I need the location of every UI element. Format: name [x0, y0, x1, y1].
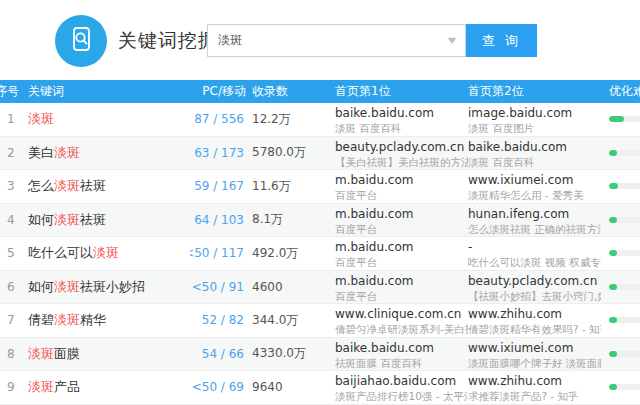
- first-position-domain[interactable]: m.baidu.com: [335, 240, 468, 255]
- second-position-desc: 求推荐淡斑产品? - 知乎: [468, 390, 601, 403]
- query-button[interactable]: 查 询: [466, 24, 537, 57]
- row-number: 6: [0, 271, 28, 304]
- first-position-desc: 百度平台: [335, 223, 468, 236]
- keyword-search-icon: [65, 23, 97, 59]
- second-position-cell[interactable]: beauty.pclady.com.cn 【祛斑小妙招】去斑小窍门,如何祛...: [468, 271, 601, 304]
- first-position-desc: 百度平台: [335, 256, 468, 269]
- header-index-count: 收录数: [246, 80, 335, 103]
- pc-mobile-value[interactable]: 52 / 82: [190, 304, 246, 337]
- table-row: 7 倩碧淡斑精华 52 / 82 344.0万 www.clinique.com…: [0, 304, 640, 338]
- second-position-domain[interactable]: beauty.pclady.com.cn: [468, 274, 601, 289]
- row-number: 2: [0, 137, 28, 170]
- pc-mobile-value[interactable]: 54 / 66: [190, 338, 246, 371]
- topbar: 关键词挖掘 淡斑 ▼ 查 询: [0, 0, 640, 80]
- second-position-cell[interactable]: www.zhihu.com 求推荐淡斑产品? - 知乎: [468, 371, 601, 404]
- second-position-domain[interactable]: www.ixiumei.com: [468, 173, 601, 188]
- difficulty-cell: [601, 271, 640, 304]
- second-position-cell[interactable]: image.baidu.com 淡斑 百度图片: [468, 103, 601, 136]
- second-position-desc: 怎么淡斑祛斑 正确的祛斑方法推荐...: [468, 223, 601, 236]
- pc-mobile-value[interactable]: 87 / 556: [190, 103, 246, 136]
- index-count-value: 492.0万: [246, 237, 335, 270]
- difficulty-bar-fill: [609, 351, 617, 357]
- second-position-desc: 淡斑 百度百科: [468, 156, 601, 169]
- difficulty-bar-track: [609, 150, 640, 156]
- first-position-cell[interactable]: baijiahao.baidu.com 淡斑产品排行榜10强 - 太平洋时尚..…: [335, 371, 468, 404]
- first-position-domain[interactable]: beauty.pclady.com.cn: [335, 140, 468, 155]
- difficulty-cell: [601, 204, 640, 237]
- first-position-cell[interactable]: baike.baidu.com 淡斑 百度百科: [335, 103, 468, 136]
- first-position-cell[interactable]: baike.baidu.com 祛斑面膜 百度百科: [335, 338, 468, 371]
- keyword-cell[interactable]: 美白淡斑: [28, 137, 190, 170]
- row-number: 1: [0, 103, 28, 136]
- first-position-cell[interactable]: www.clinique.com.cn 倩碧匀净卓研淡斑系列-美白护肤-...: [335, 304, 468, 337]
- second-position-domain[interactable]: hunan.ifeng.com: [468, 207, 601, 222]
- difficulty-bar-fill: [609, 217, 617, 223]
- search-area: 淡斑 ▼ 查 询: [207, 24, 537, 57]
- header-first-position: 首页第1位: [335, 80, 468, 103]
- table-body: 1 淡斑 87 / 556 12.2万 baike.baidu.com 淡斑 百…: [0, 103, 640, 405]
- pc-mobile-value[interactable]: <50 / 117: [190, 237, 246, 270]
- first-position-cell[interactable]: m.baidu.com 百度平台: [335, 237, 468, 270]
- first-position-domain[interactable]: baike.baidu.com: [335, 341, 468, 356]
- keyword-cell[interactable]: 吃什么可以淡斑: [28, 237, 190, 270]
- index-count-value: 12.2万: [246, 103, 335, 136]
- table-row: 5 吃什么可以淡斑 <50 / 117 492.0万 m.baidu.com 百…: [0, 237, 640, 271]
- first-position-domain[interactable]: www.clinique.com.cn: [335, 307, 468, 322]
- keyword-cell[interactable]: 淡斑面膜: [28, 338, 190, 371]
- second-position-domain[interactable]: www.ixiumei.com: [468, 341, 601, 356]
- first-position-domain[interactable]: m.baidu.com: [335, 207, 468, 222]
- index-count-value: 4600: [246, 271, 335, 304]
- second-position-desc: 淡斑 百度图片: [468, 122, 601, 135]
- second-position-domain[interactable]: baike.baidu.com: [468, 140, 601, 155]
- second-position-cell[interactable]: baike.baidu.com 淡斑 百度百科: [468, 137, 601, 170]
- second-position-domain[interactable]: www.zhihu.com: [468, 374, 601, 389]
- second-position-domain[interactable]: -: [468, 240, 601, 255]
- keyword-cell[interactable]: 如何淡斑祛斑: [28, 204, 190, 237]
- pc-mobile-value[interactable]: <50 / 91: [190, 271, 246, 304]
- chevron-down-icon: ▼: [448, 36, 457, 45]
- second-position-desc: 淡斑精华怎么用 - 爱秀美: [468, 189, 601, 202]
- second-position-domain[interactable]: image.baidu.com: [468, 106, 601, 121]
- difficulty-bar-track: [609, 183, 640, 189]
- keyword-select[interactable]: 淡斑 ▼: [207, 24, 466, 57]
- first-position-cell[interactable]: m.baidu.com 百度平台: [335, 170, 468, 203]
- pc-mobile-value[interactable]: <50 / 69: [190, 371, 246, 404]
- keyword-mining-page: 关键词挖掘 淡斑 ▼ 查 询 序号 关键词 PC/移动 收录数 首页第1位 首页…: [0, 0, 640, 405]
- difficulty-cell: [601, 170, 640, 203]
- row-number: 9: [0, 371, 28, 404]
- difficulty-cell: [601, 304, 640, 337]
- second-position-cell[interactable]: - 吃什么可以淡斑 视频 权威专家解说: [468, 237, 601, 270]
- first-position-desc: 淡斑产品排行榜10强 - 太平洋时尚...: [335, 390, 468, 403]
- second-position-cell[interactable]: hunan.ifeng.com 怎么淡斑祛斑 正确的祛斑方法推荐...: [468, 204, 601, 237]
- keyword-cell[interactable]: 淡斑产品: [28, 371, 190, 404]
- keyword-cell[interactable]: 倩碧淡斑精华: [28, 304, 190, 337]
- first-position-cell[interactable]: beauty.pclady.com.cn 【美白祛斑】美白祛斑的方法,美白...: [335, 137, 468, 170]
- second-position-desc: 【祛斑小妙招】去斑小窍门,如何祛...: [468, 290, 601, 303]
- difficulty-bar-track: [609, 317, 640, 323]
- pc-mobile-value[interactable]: 64 / 103: [190, 204, 246, 237]
- keyword-cell[interactable]: 怎么淡斑祛斑: [28, 170, 190, 203]
- index-count-value: 5780.0万: [246, 137, 335, 170]
- first-position-cell[interactable]: m.baidu.com 百度平台: [335, 204, 468, 237]
- first-position-domain[interactable]: m.baidu.com: [335, 173, 468, 188]
- first-position-domain[interactable]: m.baidu.com: [335, 274, 468, 289]
- keyword-cell[interactable]: 如何淡斑祛斑小妙招: [28, 271, 190, 304]
- second-position-cell[interactable]: www.zhihu.com 倩碧淡斑精华有效果吗? - 知乎: [468, 304, 601, 337]
- keyword-select-value: 淡斑: [218, 32, 242, 49]
- first-position-domain[interactable]: baike.baidu.com: [335, 106, 468, 121]
- first-position-domain[interactable]: baijiahao.baidu.com: [335, 374, 468, 389]
- header-seq: 序号: [0, 80, 28, 103]
- table-row: 4 如何淡斑祛斑 64 / 103 8.1万 m.baidu.com 百度平台 …: [0, 204, 640, 238]
- pc-mobile-value[interactable]: 59 / 167: [190, 170, 246, 203]
- index-count-value: 8.1万: [246, 204, 335, 237]
- difficulty-cell: [601, 338, 640, 371]
- pc-mobile-value[interactable]: 63 / 173: [190, 137, 246, 170]
- keyword-cell[interactable]: 淡斑: [28, 103, 190, 136]
- page-title: 关键词挖掘: [118, 28, 218, 54]
- second-position-desc: 倩碧淡斑精华有效果吗? - 知乎: [468, 323, 601, 336]
- second-position-domain[interactable]: www.zhihu.com: [468, 307, 601, 322]
- first-position-cell[interactable]: m.baidu.com 百度平台: [335, 271, 468, 304]
- second-position-cell[interactable]: www.ixiumei.com 淡斑面膜哪个牌子好 淡斑面膜排行...: [468, 338, 601, 371]
- second-position-cell[interactable]: www.ixiumei.com 淡斑精华怎么用 - 爱秀美: [468, 170, 601, 203]
- difficulty-bar-track: [609, 384, 640, 390]
